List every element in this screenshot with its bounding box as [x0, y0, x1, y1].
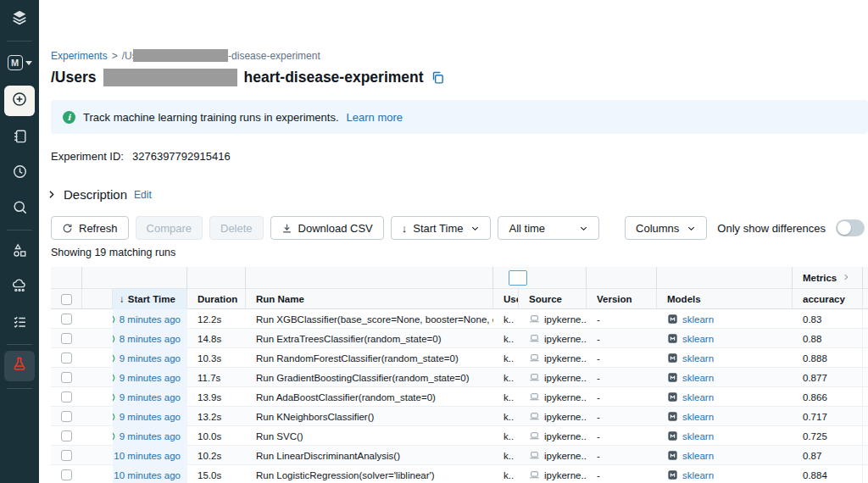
- accuracy-cell: 0.877: [793, 368, 863, 387]
- source-column-header[interactable]: Source: [519, 289, 587, 309]
- row-checkbox[interactable]: [61, 314, 72, 325]
- focused-header-cell[interactable]: [509, 270, 527, 286]
- user-column-header[interactable]: User: [493, 289, 519, 309]
- sidebar-item-compute[interactable]: [0, 273, 39, 302]
- sort-dropdown[interactable]: ↓ Start Time: [391, 216, 492, 240]
- run-start-time-link[interactable]: 9 minutes ago: [120, 431, 181, 441]
- row-select-cell: [51, 368, 82, 387]
- model-link[interactable]: sklearn: [682, 373, 714, 383]
- only-show-differences-toggle[interactable]: [836, 219, 865, 236]
- accuracy-cell: 0.866: [793, 387, 863, 407]
- duration-column-header[interactable]: Duration: [187, 289, 246, 309]
- row-checkbox[interactable]: [61, 450, 72, 461]
- table-row: 8 minutes ago 12.2s Run XGBClassifier(ba…: [51, 309, 868, 329]
- model-link[interactable]: sklearn: [682, 451, 714, 461]
- registered-model-icon: [667, 391, 678, 402]
- table-row: 9 minutes ago 10.3s Run RandomForestClas…: [51, 348, 868, 368]
- refresh-button[interactable]: Refresh: [51, 216, 129, 240]
- sidebar-item-recents[interactable]: [0, 158, 39, 187]
- metrics-group-header[interactable]: Metrics: [793, 267, 863, 289]
- time-filter-dropdown[interactable]: All time: [498, 216, 599, 240]
- user-cell: k..: [493, 309, 519, 329]
- delete-button[interactable]: Delete: [209, 216, 264, 240]
- accuracy-cell: 0.717: [793, 407, 863, 426]
- run-start-time-link[interactable]: 10 minutes ago: [114, 470, 181, 480]
- start-time-column-header[interactable]: ↓ Start Time: [113, 289, 187, 309]
- row-checkbox[interactable]: [61, 333, 72, 344]
- info-icon: i: [63, 111, 75, 124]
- copy-icon[interactable]: [431, 70, 445, 85]
- model-link[interactable]: sklearn: [682, 314, 714, 325]
- row-checkbox[interactable]: [61, 391, 72, 402]
- chevron-down-icon: [470, 224, 480, 233]
- accuracy-cell: 0.884: [793, 465, 863, 483]
- model-link[interactable]: sklearn: [682, 412, 714, 422]
- learn-more-link[interactable]: Learn more: [347, 111, 403, 124]
- run-start-time-link[interactable]: 8 minutes ago: [120, 314, 181, 325]
- start-time-cell: 10 minutes ago: [113, 465, 187, 483]
- row-checkbox[interactable]: [61, 469, 72, 480]
- shapes-icon: [12, 242, 28, 262]
- cloud-compute-icon: [11, 277, 28, 297]
- run-start-time-link[interactable]: 9 minutes ago: [120, 392, 181, 402]
- sidebar-item-search[interactable]: [0, 194, 39, 223]
- plus-circle-icon: [11, 91, 28, 111]
- download-csv-button[interactable]: Download CSV: [270, 216, 384, 240]
- breadcrumb-separator: >: [112, 50, 118, 62]
- description-edit-link[interactable]: Edit: [134, 189, 152, 201]
- model-link[interactable]: sklearn: [682, 392, 714, 402]
- models-column-header[interactable]: Models: [657, 289, 793, 309]
- accuracy-cell: 0.888: [793, 348, 863, 368]
- breadcrumb-experiments-link[interactable]: Experiments: [51, 50, 108, 62]
- run-start-time-link[interactable]: 9 minutes ago: [120, 373, 181, 383]
- start-time-cell: 8 minutes ago: [113, 329, 187, 348]
- run-finished-status-icon: [113, 334, 115, 344]
- row-checkbox[interactable]: [61, 411, 72, 422]
- notebook-source-icon: [529, 411, 540, 422]
- run-finished-status-icon: [113, 373, 115, 383]
- model-link[interactable]: sklearn: [682, 353, 714, 364]
- page-title: /Users heart-disease-experiment: [51, 69, 868, 86]
- table-row: 9 minutes ago 13.2s Run KNeighborsClassi…: [51, 407, 868, 426]
- model-link[interactable]: sklearn: [682, 470, 714, 480]
- sidebar-item-job-runs[interactable]: [0, 308, 39, 337]
- toggle-knob: [837, 221, 851, 235]
- chevron-right-icon[interactable]: [46, 189, 57, 200]
- sidebar-item-home[interactable]: [0, 5, 39, 34]
- sidebar-item-notebooks[interactable]: [0, 123, 39, 152]
- registered-model-icon: [667, 333, 678, 344]
- registered-model-icon: [667, 450, 678, 461]
- sidebar-item-workspace-switcher[interactable]: M: [0, 48, 39, 77]
- row-checkbox[interactable]: [61, 372, 72, 383]
- run-start-time-link[interactable]: 10 minutes ago: [114, 451, 181, 461]
- user-cell: k..: [493, 465, 519, 483]
- version-column-header[interactable]: Version: [587, 289, 657, 309]
- run-name-column-header[interactable]: Run Name: [246, 289, 493, 309]
- chevron-right-icon: [842, 273, 850, 283]
- sidebar-item-data[interactable]: [0, 237, 39, 266]
- run-start-time-link[interactable]: 9 minutes ago: [120, 412, 181, 422]
- columns-dropdown[interactable]: Columns: [625, 216, 707, 240]
- accuracy-column-header[interactable]: accuracy: [793, 289, 863, 309]
- models-cell: sklearn: [657, 348, 793, 368]
- run-finished-status-icon: [113, 412, 115, 422]
- row-select-cell: [51, 407, 82, 426]
- row-checkbox[interactable]: [61, 353, 72, 364]
- run-name-cell: Run SVC(): [246, 426, 493, 446]
- compare-button[interactable]: Compare: [136, 216, 203, 240]
- row-select-cell: [51, 465, 82, 483]
- duration-cell: 13.2s: [187, 407, 246, 426]
- run-start-time-link[interactable]: 9 minutes ago: [120, 353, 181, 364]
- model-link[interactable]: sklearn: [682, 431, 714, 441]
- select-all-checkbox[interactable]: [61, 294, 72, 305]
- sidebar-item-experiments[interactable]: [4, 351, 35, 381]
- redaction-box: [133, 49, 228, 62]
- row-checkbox[interactable]: [61, 430, 72, 441]
- registered-model-icon: [667, 353, 678, 364]
- notebook-source-icon: [529, 430, 540, 441]
- sidebar-create-button[interactable]: [4, 86, 35, 116]
- sidebar-divider: [7, 230, 32, 230]
- run-start-time-link[interactable]: 8 minutes ago: [120, 334, 181, 344]
- model-link[interactable]: sklearn: [682, 334, 714, 344]
- description-section: Description Edit: [46, 187, 868, 202]
